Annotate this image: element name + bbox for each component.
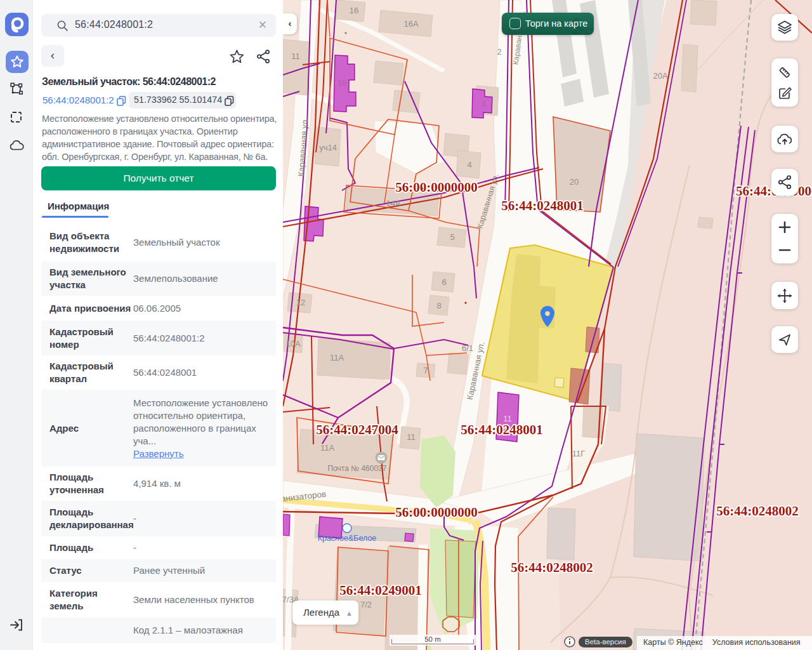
svg-text:4: 4 [467, 160, 471, 169]
svg-text:Красное&Белое: Красное&Белое [318, 534, 377, 543]
svg-text:3: 3 [481, 99, 485, 109]
svg-text:11А: 11А [320, 443, 334, 453]
svg-text:11: 11 [503, 414, 512, 423]
svg-text:16А: 16А [403, 19, 418, 29]
svg-text:56:00:0000000: 56:00:0000000 [395, 505, 478, 520]
svg-text:56:44:0248001: 56:44:0248001 [501, 198, 584, 213]
svg-text:7/2: 7/2 [360, 600, 372, 609]
svg-text:8: 8 [436, 301, 441, 310]
svg-text:6: 6 [442, 277, 446, 287]
svg-text:7: 7 [423, 366, 428, 375]
svg-text:15: 15 [337, 78, 346, 88]
svg-text:11: 11 [291, 51, 300, 61]
svg-text:11Г: 11Г [572, 449, 586, 458]
svg-text:12: 12 [296, 298, 305, 307]
svg-text:56:44:0248001: 56:44:0248001 [461, 422, 543, 437]
svg-text:56:00:0000000: 56:00:0000000 [395, 180, 478, 195]
svg-text:20: 20 [570, 177, 579, 187]
svg-text:14А: 14А [386, 199, 400, 208]
svg-text:Почта № 460037: Почта № 460037 [328, 464, 387, 473]
svg-text:уч14: уч14 [319, 143, 337, 152]
svg-text:20А: 20А [653, 71, 667, 81]
svg-text:56:44:0248002: 56:44:0248002 [716, 503, 799, 519]
svg-text:56:44:0247004: 56:44:0247004 [316, 422, 398, 437]
svg-text:16: 16 [350, 6, 358, 15]
svg-text:6/1: 6/1 [462, 343, 473, 353]
svg-text:5: 5 [450, 232, 454, 242]
svg-text:56:44:0248002: 56:44:0248002 [511, 560, 593, 575]
svg-text:2: 2 [497, 47, 501, 56]
svg-text:10А: 10А [285, 339, 300, 348]
svg-text:56:44:0249001: 56:44:0249001 [339, 583, 422, 598]
svg-text:11: 11 [407, 432, 416, 442]
svg-text:11А: 11А [330, 353, 344, 362]
